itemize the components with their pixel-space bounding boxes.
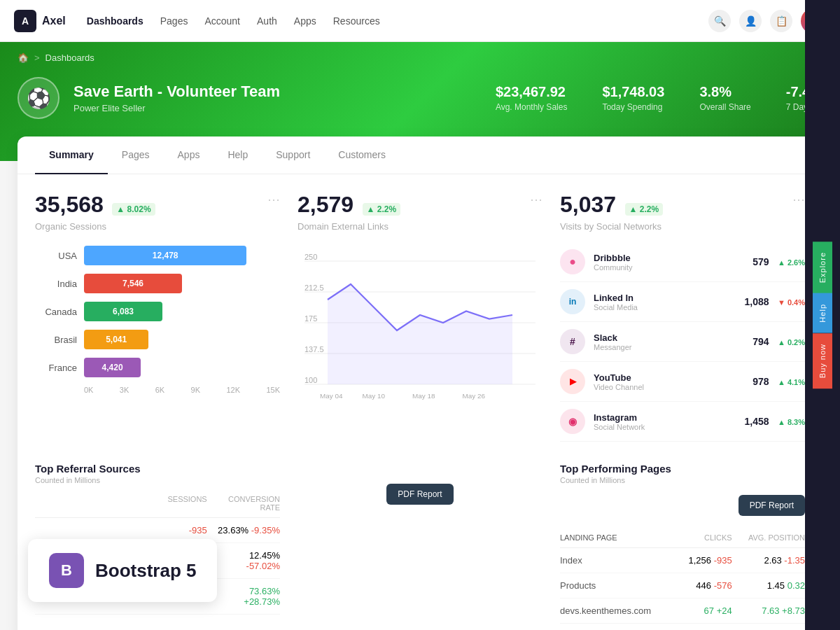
buy-button[interactable]: Buy now bbox=[813, 333, 832, 388]
home-icon: 🏠 bbox=[18, 52, 29, 63]
social-count-dribbble: 579 bbox=[752, 256, 769, 267]
svg-text:May 10: May 10 bbox=[363, 392, 386, 400]
social-stats-linkedin: 1,088 ▼ 0.4% bbox=[744, 295, 805, 308]
social-count-youtube: 978 bbox=[752, 376, 769, 387]
bootstrap-watermark: B Bootstrap 5 bbox=[28, 539, 217, 602]
col-header-sessions: SESSIONS bbox=[141, 495, 206, 512]
bar-container-india: 7,546 bbox=[84, 274, 280, 293]
metric-value-3: 5,037 bbox=[560, 192, 616, 217]
bar-label-india: India bbox=[35, 279, 77, 289]
bar-usa: 12,478 bbox=[84, 246, 246, 265]
notifications-button[interactable]: 👤 bbox=[739, 10, 762, 32]
nav-links: Dashboards Pages Account Auth Apps Resou… bbox=[87, 15, 708, 27]
bar-chart: USA 12,478 India 7,546 Canada bbox=[35, 246, 280, 394]
col-header-conversion: CONVERSION RATE bbox=[214, 495, 280, 512]
tab-summary[interactable]: Summary bbox=[35, 136, 108, 174]
bar-axis: 0K 3K 6K 9K 12K 15K bbox=[35, 386, 280, 394]
right-panel: Explore Help Buy now bbox=[805, 0, 840, 630]
hero-info: Save Earth - Volunteer Team Power Elite … bbox=[74, 83, 280, 113]
svg-text:May 18: May 18 bbox=[412, 392, 435, 400]
tab-help[interactable]: Help bbox=[214, 136, 262, 174]
col-header-landing: LANDING PAGE bbox=[560, 533, 659, 542]
social-item-instagram: ◉ Instagram Social Network 1,458 ▲ 8.3% bbox=[560, 402, 805, 442]
nav-account[interactable]: Account bbox=[204, 15, 240, 27]
top-pages-pdf-button[interactable]: PDF Report bbox=[738, 495, 805, 516]
metrics-row: ⋯ 35,568 ▲ 8.02% Organic Sessions USA 12… bbox=[35, 192, 805, 442]
page-row-1: Index 1,256 -935 2.63 -1.35 bbox=[560, 548, 805, 573]
bar-label-canada: Canada bbox=[35, 307, 77, 317]
tab-apps[interactable]: Apps bbox=[164, 136, 214, 174]
dribbble-icon: ● bbox=[560, 249, 585, 274]
page-position-1: 2.63 -1.35 bbox=[739, 555, 805, 566]
axis-3k: 3K bbox=[120, 386, 129, 394]
referral-header: SESSIONS CONVERSION RATE bbox=[35, 495, 280, 518]
social-sub-dribbble: Community bbox=[594, 263, 633, 272]
ref-rate-3: 73.63% +28.73% bbox=[214, 586, 280, 607]
navbar: A Axel Dashboards Pages Account Auth App… bbox=[0, 0, 840, 42]
metric-more-3[interactable]: ⋯ bbox=[792, 192, 805, 207]
metric-badge-3: ▲ 2.2% bbox=[625, 203, 664, 216]
metric-more-1[interactable]: ⋯ bbox=[267, 192, 280, 207]
hero-stat-share-label: Overall Share bbox=[699, 102, 750, 112]
tab-pages[interactable]: Pages bbox=[108, 136, 164, 174]
tab-support[interactable]: Support bbox=[262, 136, 324, 174]
nav-pages[interactable]: Pages bbox=[160, 15, 188, 27]
brand-icon: A bbox=[14, 10, 36, 32]
svg-text:100: 100 bbox=[304, 376, 317, 384]
nav-auth[interactable]: Auth bbox=[257, 15, 277, 27]
breadcrumb-sep: > bbox=[34, 52, 40, 63]
metric-organic-sessions: ⋯ 35,568 ▲ 8.02% Organic Sessions USA 12… bbox=[35, 192, 280, 442]
line-chart-svg: 250 212.5 175 137.5 100 May 04 May 10 Ma… bbox=[298, 246, 542, 400]
social-sub-youtube: Video Channel bbox=[594, 383, 644, 391]
hero-logo: ⚽ bbox=[18, 77, 59, 119]
slack-icon: # bbox=[560, 329, 585, 354]
bar-label-usa: USA bbox=[35, 251, 77, 261]
svg-text:May 26: May 26 bbox=[463, 392, 486, 400]
bar-france: 4,420 bbox=[84, 358, 141, 377]
social-info-slack: Slack Messanger bbox=[594, 332, 631, 351]
svg-text:175: 175 bbox=[304, 314, 317, 323]
nav-dashboards[interactable]: Dashboards bbox=[87, 15, 144, 27]
bar-container-france: 4,420 bbox=[84, 358, 280, 377]
help-button[interactable]: Help bbox=[813, 293, 832, 333]
line-chart: 250 212.5 175 137.5 100 May 04 May 10 Ma… bbox=[298, 246, 542, 402]
metric-more-2[interactable]: ⋯ bbox=[530, 192, 542, 207]
bar-label-france: France bbox=[35, 363, 77, 373]
svg-text:May 04: May 04 bbox=[320, 392, 343, 400]
social-item-linkedin: in Linked In Social Media 1,088 ▼ 0.4% bbox=[560, 282, 805, 322]
settings-button[interactable]: 📋 bbox=[770, 10, 792, 32]
social-name-slack: Slack bbox=[594, 332, 631, 343]
bootstrap-icon: B bbox=[49, 553, 84, 588]
nav-apps[interactable]: Apps bbox=[294, 15, 316, 27]
bar-row-india: India 7,546 bbox=[35, 274, 280, 293]
hero-stat-monthly-value: $23,467.92 bbox=[496, 84, 568, 100]
metric-value-2: 2,579 bbox=[298, 192, 354, 217]
search-button[interactable]: 🔍 bbox=[708, 10, 731, 32]
brand[interactable]: A Axel bbox=[14, 10, 66, 32]
metric-badge-2: ▲ 2.2% bbox=[363, 203, 401, 216]
explore-button[interactable]: Explore bbox=[813, 241, 832, 293]
page-clicks-3: 67 +24 bbox=[666, 606, 732, 616]
social-count-instagram: 1,458 bbox=[744, 416, 769, 427]
social-info-dribbble: Dribbble Community bbox=[594, 253, 633, 272]
hero-title: Save Earth - Volunteer Team bbox=[74, 83, 280, 101]
tabs: Summary Pages Apps Help Support Customer… bbox=[18, 136, 822, 174]
hero-stat-spending-value: $1,748.03 bbox=[602, 84, 664, 100]
metric-domain-links: ⋯ 2,579 ▲ 2.2% Domain External Links bbox=[298, 192, 542, 442]
social-sub-slack: Messanger bbox=[594, 343, 631, 351]
tab-customers[interactable]: Customers bbox=[324, 136, 400, 174]
bar-brasil: 5,041 bbox=[84, 330, 148, 349]
metric-label-3: Visits by Social Networks bbox=[560, 221, 805, 232]
social-badge-youtube: ▲ 4.1% bbox=[778, 378, 805, 386]
hero-stat-spending-label: Today Spending bbox=[602, 102, 664, 112]
page-name-3: devs.keenthemes.com bbox=[560, 606, 659, 616]
pdf-report-button[interactable]: PDF Report bbox=[386, 484, 453, 505]
social-list: ● Dribbble Community 579 ▲ 2.6% in bbox=[560, 242, 805, 442]
nav-resources[interactable]: Resources bbox=[333, 15, 380, 27]
hero-stat-monthly-label: Avg. Monthly Sales bbox=[496, 102, 568, 112]
bar-india: 7,546 bbox=[84, 274, 182, 293]
svg-text:137.5: 137.5 bbox=[304, 345, 324, 354]
social-info-linkedin: Linked In Social Media bbox=[594, 293, 638, 312]
bar-container-usa: 12,478 bbox=[84, 246, 280, 265]
social-sub-linkedin: Social Media bbox=[594, 303, 638, 312]
